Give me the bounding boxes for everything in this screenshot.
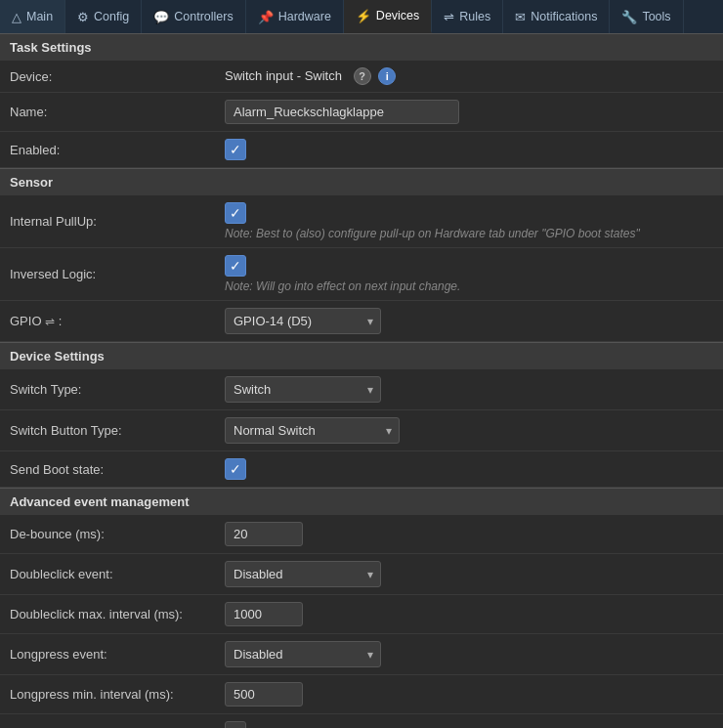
content-area: Task Settings Device: Switch input - Swi… [0,33,723,728]
send-boot-state-checkmark: ✓ [230,462,241,476]
name-row: Name: [0,93,723,132]
pullup-note: Note: Best to (also) configure pull-up o… [225,224,713,240]
controllers-icon: 💬 [153,10,169,24]
longpress-event-select-wrap: Disabled Enabled Low Enabled High [225,641,381,667]
task-settings-header: Task Settings [0,33,723,61]
doubleclick-event-label: Doubleclick event: [10,567,113,581]
switch-type-select[interactable]: Switch Dimmer Motor [225,376,381,403]
enabled-checkmark: ✓ [230,143,241,156]
safe-button-checkbox[interactable]: ✓ [225,721,246,728]
nav-config-label: Config [94,10,129,23]
main-icon: △ [12,10,21,24]
gpio-row: GPIO ⇌ : GPIO-14 (D5) GPIO-0 (D3) GPIO-2… [0,301,723,342]
nav-main[interactable]: △ Main [0,0,65,33]
longpress-event-select[interactable]: Disabled Enabled Low Enabled High [225,641,381,667]
switch-type-row: Switch Type: Switch Dimmer Motor [0,369,723,410]
notifications-icon: ✉ [515,10,526,24]
longpress-min-input[interactable] [225,682,303,707]
nav-controllers[interactable]: 💬 Controllers [142,0,245,33]
doubleclick-event-select[interactable]: Disabled Enabled Low Enabled High [225,561,381,587]
nav-tools[interactable]: 🔧 Tools [610,0,683,33]
sensor-header: Sensor [0,168,723,195]
nav-notifications[interactable]: ✉ Notifications [503,0,610,33]
switch-button-type-select-wrap: Normal Switch Push Button Active Low Pus… [225,417,400,444]
pullup-row: Internal PullUp: ✓ Note: Best to (also) … [0,195,723,248]
nav-devices[interactable]: ⚡ Devices [344,0,432,33]
nav-controllers-label: Controllers [174,10,233,23]
hardware-icon: 📌 [258,10,274,24]
name-label: Name: [10,105,47,119]
longpress-min-label: Longpress min. interval (ms): [10,687,174,702]
doubleclick-max-label: Doubleclick max. interval (ms): [10,607,183,621]
debounce-row: De-bounce (ms): [0,515,723,554]
advanced-title: Advanced event management [10,494,190,509]
switch-button-type-label: Switch Button Type: [10,423,122,438]
switch-type-select-wrap: Switch Dimmer Motor [225,376,381,403]
longpress-min-row: Longpress min. interval (ms): [0,675,723,714]
inversed-label: Inversed Logic: [10,267,96,281]
inversed-note: Note: Will go into effect on next input … [225,277,713,293]
devices-icon: ⚡ [356,9,371,23]
inversed-row: Inversed Logic: ✓ Note: Will go into eff… [0,248,723,301]
advanced-table: De-bounce (ms): Doubleclick event: Disab… [0,515,723,728]
config-icon: ⚙ [77,10,89,24]
longpress-event-label: Longpress event: [10,647,107,662]
device-settings-table: Switch Type: Switch Dimmer Motor Switch … [0,369,723,488]
nav-rules[interactable]: ⇌ Rules [432,0,503,33]
nav-notifications-label: Notifications [531,10,597,23]
nav-rules-label: Rules [459,10,490,23]
device-row: Device: Switch input - Switch ? i [0,61,723,93]
sensor-title: Sensor [10,175,53,190]
nav-config[interactable]: ⚙ Config [65,0,142,33]
nav-main-label: Main [26,10,53,23]
task-settings-table: Device: Switch input - Switch ? i Name: … [0,61,723,168]
gpio-label: GPIO [10,314,45,328]
device-info-icon[interactable]: i [378,67,396,85]
switch-button-type-row: Switch Button Type: Normal Switch Push B… [0,410,723,451]
gpio-label-colon: : [59,314,63,328]
nav-devices-label: Devices [376,9,419,22]
switch-button-type-select[interactable]: Normal Switch Push Button Active Low Pus… [225,417,400,444]
send-boot-state-checkbox[interactable]: ✓ [225,458,246,480]
inversed-checkbox[interactable]: ✓ [225,255,246,277]
device-type-text: Switch input - Switch [225,68,342,83]
rules-icon: ⇌ [444,10,454,24]
name-input[interactable] [225,100,459,124]
task-settings-title: Task Settings [10,40,92,55]
send-boot-state-label: Send Boot state: [10,462,104,477]
enabled-row: Enabled: ✓ [0,132,723,168]
device-settings-title: Device Settings [10,349,105,364]
top-nav: △ Main ⚙ Config 💬 Controllers 📌 Hardware… [0,0,723,33]
safe-button-label: Use Safe Button (slower): [10,725,154,729]
safe-button-row: Use Safe Button (slower): ✓ [0,714,723,729]
switch-type-label: Switch Type: [10,382,81,397]
gpio-select[interactable]: GPIO-14 (D5) GPIO-0 (D3) GPIO-2 (D4) GPI… [225,308,381,334]
doubleclick-max-row: Doubleclick max. interval (ms): [0,595,723,634]
pullup-checkmark: ✓ [230,206,241,220]
inversed-checkmark: ✓ [230,259,241,273]
doubleclick-max-input[interactable] [225,602,303,626]
doubleclick-event-select-wrap: Disabled Enabled Low Enabled High [225,561,381,587]
pullup-checkbox[interactable]: ✓ [225,202,246,224]
longpress-event-row: Longpress event: Disabled Enabled Low En… [0,634,723,675]
enabled-label: Enabled: [10,143,60,157]
gpio-arrows-icon: ⇌ [45,315,55,328]
nav-hardware-label: Hardware [278,10,331,23]
nav-tools-label: Tools [642,10,670,23]
send-boot-state-row: Send Boot state: ✓ [0,451,723,488]
debounce-input[interactable] [225,522,303,546]
device-help-icon[interactable]: ? [354,67,371,85]
gpio-select-wrap: GPIO-14 (D5) GPIO-0 (D3) GPIO-2 (D4) GPI… [225,308,381,334]
doubleclick-event-row: Doubleclick event: Disabled Enabled Low … [0,554,723,595]
pullup-label: Internal PullUp: [10,214,97,229]
tools-icon: 🔧 [621,10,637,24]
debounce-label: De-bounce (ms): [10,527,105,541]
nav-hardware[interactable]: 📌 Hardware [246,0,344,33]
device-label: Device: [10,69,52,84]
sensor-table: Internal PullUp: ✓ Note: Best to (also) … [0,195,723,342]
device-settings-header: Device Settings [0,342,723,369]
advanced-header: Advanced event management [0,488,723,515]
enabled-checkbox[interactable]: ✓ [225,139,246,160]
